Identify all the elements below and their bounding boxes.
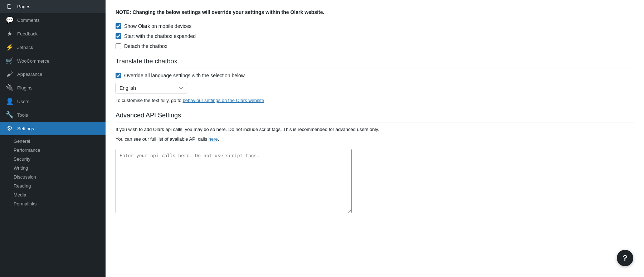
- start-expanded-row: Start with the chatbox expanded: [116, 33, 634, 39]
- show-mobile-row: Show Olark on mobile devices: [116, 23, 634, 29]
- advanced-desc-2: You can see our full list of available A…: [116, 136, 634, 143]
- sidebar-item-comments[interactable]: 💬 Comments: [0, 13, 106, 27]
- api-textarea[interactable]: [116, 149, 352, 213]
- sidebar-item-label: Pages: [17, 4, 30, 9]
- sidebar-item-settings[interactable]: ⚙ Settings: [0, 122, 106, 135]
- translate-section-title: Translate the chatbox: [116, 58, 634, 68]
- advanced-section-title: Advanced API Settings: [116, 112, 634, 122]
- detach-chatbox-row: Detach the chatbox: [116, 43, 634, 49]
- override-language-label[interactable]: Override all language settings with the …: [124, 73, 245, 78]
- sidebar: 🗋 Pages 💬 Comments ★ Feedback ⚡ Jetpack …: [0, 0, 106, 277]
- note-text: NOTE: Changing the below settings will o…: [116, 9, 634, 16]
- pages-icon: 🗋: [6, 3, 14, 10]
- detach-chatbox-checkbox[interactable]: [116, 43, 121, 49]
- sidebar-item-pages[interactable]: 🗋 Pages: [0, 0, 106, 13]
- users-icon: 👤: [6, 97, 14, 105]
- sidebar-item-label: Appearance: [17, 72, 42, 77]
- advanced-desc-1: If you wish to add Olark api calls, you …: [116, 126, 634, 133]
- settings-icon: ⚙: [6, 125, 14, 132]
- sidebar-item-plugins[interactable]: 🔌 Plugins: [0, 81, 106, 94]
- start-expanded-label[interactable]: Start with the chatbox expanded: [124, 33, 196, 39]
- submenu-item-security[interactable]: Security: [0, 155, 106, 164]
- submenu-item-media[interactable]: Media: [0, 190, 106, 199]
- feedback-icon: ★: [6, 30, 14, 38]
- submenu-item-performance[interactable]: Performance: [0, 146, 106, 155]
- sidebar-item-tools[interactable]: 🔧 Tools: [0, 108, 106, 122]
- submenu-item-permalinks[interactable]: Permalinks: [0, 199, 106, 208]
- customise-text: To customise the text fully, go to behav…: [116, 98, 634, 103]
- main-content: NOTE: Changing the below settings will o…: [106, 0, 644, 277]
- tools-icon: 🔧: [6, 111, 14, 119]
- sidebar-item-appearance[interactable]: 🖌 Appearance: [0, 68, 106, 81]
- sidebar-item-feedback[interactable]: ★ Feedback: [0, 27, 106, 40]
- woocommerce-icon: 🛒: [6, 57, 14, 65]
- submenu-item-discussion[interactable]: Discussion: [0, 172, 106, 181]
- language-select[interactable]: English French Spanish German Italian Po…: [116, 83, 187, 93]
- here-link[interactable]: here: [209, 136, 218, 142]
- sidebar-item-users[interactable]: 👤 Users: [0, 94, 106, 108]
- sidebar-item-label: Settings: [17, 126, 34, 131]
- sidebar-item-label: WooCommerce: [17, 58, 49, 64]
- submenu-item-writing[interactable]: Writing: [0, 164, 106, 172]
- start-expanded-checkbox[interactable]: [116, 33, 121, 39]
- sidebar-item-label: Tools: [17, 112, 28, 118]
- sidebar-item-jetpack[interactable]: ⚡ Jetpack: [0, 40, 106, 54]
- show-mobile-label[interactable]: Show Olark on mobile devices: [124, 23, 191, 29]
- sidebar-item-label: Jetpack: [17, 45, 33, 50]
- sidebar-item-woocommerce[interactable]: 🛒 WooCommerce: [0, 54, 106, 68]
- show-mobile-checkbox[interactable]: [116, 23, 121, 29]
- detach-chatbox-label[interactable]: Detach the chatbox: [124, 43, 167, 49]
- behaviour-settings-link[interactable]: behaviour settings on the Olark website: [183, 98, 264, 103]
- sidebar-item-label: Plugins: [17, 85, 33, 91]
- submenu-item-general[interactable]: General: [0, 137, 106, 146]
- sidebar-item-label: Feedback: [17, 31, 38, 37]
- override-language-checkbox[interactable]: [116, 73, 121, 78]
- sidebar-item-label: Comments: [17, 18, 40, 23]
- comments-icon: 💬: [6, 16, 14, 24]
- plugins-icon: 🔌: [6, 84, 14, 92]
- settings-submenu: General Performance Security Writing Dis…: [0, 135, 106, 210]
- submenu-item-reading[interactable]: Reading: [0, 181, 106, 190]
- sidebar-item-label: Users: [17, 99, 29, 104]
- help-button[interactable]: ?: [617, 250, 633, 266]
- jetpack-icon: ⚡: [6, 43, 14, 51]
- appearance-icon: 🖌: [6, 71, 14, 78]
- override-language-row: Override all language settings with the …: [116, 73, 634, 78]
